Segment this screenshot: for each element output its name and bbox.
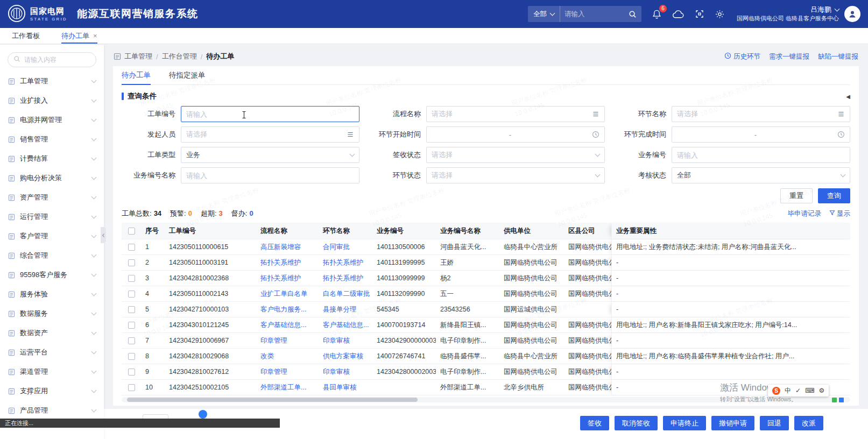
quick-link-1[interactable]: 历史环节: [724, 52, 760, 61]
search-button[interactable]: 查询: [818, 188, 850, 203]
display-toggle-link[interactable]: 显示: [829, 209, 850, 218]
fullscreen-icon[interactable]: [695, 9, 704, 19]
cell-node-link[interactable]: 印章审核: [319, 333, 372, 348]
cell-node-link[interactable]: 县回单审核: [319, 380, 372, 395]
ime-icon[interactable]: 中: [785, 386, 791, 395]
ime-toolbar[interactable]: S中✓⌨⚙: [768, 385, 829, 396]
footer-button-5[interactable]: 回退: [760, 416, 789, 430]
breadcrumb-item[interactable]: 工作台管理: [162, 52, 197, 61]
footer-button-3[interactable]: 申请终止: [663, 416, 706, 430]
cell-node-link[interactable]: 供电方案审核: [319, 349, 372, 364]
node-end-time-control[interactable]: -: [672, 126, 850, 143]
sidebar-item-16[interactable]: 渠道管理: [0, 362, 104, 381]
sign-status-control[interactable]: 请选择: [426, 147, 605, 163]
sogou-logo-icon[interactable]: S: [772, 387, 780, 395]
cell-node-link[interactable]: 白名单二级审批: [319, 286, 372, 301]
avatar[interactable]: [844, 6, 860, 22]
flow-name-control[interactable]: 请选择: [426, 106, 605, 122]
select-all-checkbox[interactable]: [128, 228, 135, 235]
cell-flow-link[interactable]: 拓扑关系维护: [256, 255, 319, 270]
sidebar-collapse-handle[interactable]: [101, 227, 106, 243]
order-type-control[interactable]: 业务: [181, 147, 359, 163]
sidebar-item-7[interactable]: 资产管理: [0, 188, 104, 207]
quick-link-2[interactable]: 需求一键提报: [769, 52, 809, 61]
records-link[interactable]: 毕申请记录: [788, 209, 822, 218]
settings-gear-icon[interactable]: [715, 9, 725, 19]
starter-control[interactable]: 请选择: [181, 126, 359, 143]
sidebar-item-9[interactable]: 客户管理: [0, 226, 104, 246]
row-checkbox[interactable]: [128, 259, 135, 266]
business-name-input[interactable]: [186, 172, 354, 180]
cell-flow-link[interactable]: 印章管理: [256, 364, 319, 379]
sidebar-item-18[interactable]: 产品管理: [0, 401, 104, 420]
cell-flow-link[interactable]: 外部渠道工单...: [256, 380, 319, 395]
user-menu[interactable]: 吕海鹏 国网临猗供电公司 临猗县客户服务中心: [737, 5, 839, 23]
row-checkbox[interactable]: [128, 275, 135, 282]
cell-node-link[interactable]: 县接单分理: [319, 302, 372, 317]
check-status-control[interactable]: 全部: [672, 167, 850, 183]
cell-flow-link[interactable]: 拓扑关系维护: [256, 271, 319, 286]
sidebar-item-6[interactable]: 购电分析决策: [0, 168, 104, 188]
sidebar-item-8[interactable]: 运行管理: [0, 207, 104, 226]
business-no-control[interactable]: [672, 147, 850, 163]
window-tab-todo[interactable]: 待办工单×: [61, 28, 97, 44]
window-tab-workboard[interactable]: 工作看板: [12, 28, 40, 44]
row-checkbox[interactable]: [128, 337, 135, 344]
sidebar-item-12[interactable]: 服务体验: [0, 285, 104, 304]
sidebar-item-4[interactable]: 销售管理: [0, 130, 104, 149]
cell-node-link[interactable]: 拓扑关系维护: [319, 255, 372, 270]
cell-flow-link[interactable]: 业扩工单白名单: [256, 286, 319, 301]
ime-icon[interactable]: ✓: [795, 387, 801, 394]
row-checkbox[interactable]: [128, 369, 135, 376]
cell-flow-link[interactable]: 印章管理: [256, 333, 319, 348]
row-checkbox[interactable]: [128, 384, 135, 391]
close-tab-icon[interactable]: ×: [93, 32, 97, 40]
cell-flow-link[interactable]: 改类: [256, 349, 319, 364]
cell-node-link[interactable]: 合同审批: [319, 239, 372, 254]
cell-flow-link[interactable]: 客户基础信息...: [256, 317, 319, 332]
footer-button-4[interactable]: 撤销申请: [711, 416, 754, 430]
cell-node-link[interactable]: 客户基础信息...: [319, 317, 372, 332]
footer-button-1[interactable]: 签收: [580, 416, 609, 430]
cell-flow-link[interactable]: 客户电力服务...: [256, 302, 319, 317]
notifications-bell-icon[interactable]: 6: [652, 9, 662, 19]
quick-link-3[interactable]: 缺陷一键提报: [818, 52, 858, 61]
cell-node-link[interactable]: 拓扑关系维护: [319, 271, 372, 286]
cell-flow-link[interactable]: 高压新装增容: [256, 239, 319, 254]
row-checkbox[interactable]: [128, 291, 135, 298]
node-status-control[interactable]: 请选择: [426, 167, 605, 183]
ime-icon[interactable]: ⌨: [805, 387, 814, 394]
node-name-control[interactable]: 请选择: [672, 106, 850, 122]
sidebar-item-3[interactable]: 电源并网管理: [0, 110, 104, 130]
footer-button-6[interactable]: 改派: [794, 416, 823, 430]
sidebar-search-input[interactable]: 请输入内容: [8, 52, 96, 67]
row-checkbox[interactable]: [128, 353, 135, 360]
cell-node-link[interactable]: 印章审核: [319, 364, 372, 379]
pagination-dot[interactable]: [199, 410, 207, 419]
panel-collapse-icon[interactable]: ◀: [846, 94, 850, 100]
content-tab-assign[interactable]: 待指定派单: [169, 66, 206, 84]
node-start-time-control[interactable]: -: [426, 126, 605, 143]
sidebar-item-13[interactable]: 数据服务: [0, 304, 104, 323]
search-icon[interactable]: [624, 10, 641, 18]
breadcrumb-item[interactable]: 工单管理: [124, 52, 152, 61]
sidebar-item-15[interactable]: 运营平台: [0, 343, 104, 362]
sidebar-item-17[interactable]: 支撑应用: [0, 381, 104, 401]
order-no-control[interactable]: [181, 106, 359, 122]
sidebar-item-10[interactable]: 综合管理: [0, 246, 104, 265]
business-name-control[interactable]: [181, 167, 359, 183]
row-checkbox[interactable]: [128, 244, 135, 251]
ime-icon[interactable]: ⚙: [818, 387, 824, 394]
reset-button[interactable]: 重置: [780, 188, 813, 203]
sidebar-item-11[interactable]: 95598客户服务: [0, 265, 104, 285]
search-scope-select[interactable]: 全部: [528, 6, 560, 22]
row-checkbox[interactable]: [128, 306, 135, 313]
footer-button-2[interactable]: 取消签收: [615, 416, 658, 430]
order-no-input[interactable]: [186, 110, 354, 118]
cloud-icon[interactable]: [672, 10, 684, 19]
sidebar-item-1[interactable]: 工单管理: [0, 72, 104, 91]
sidebar-item-2[interactable]: 业扩接入: [0, 91, 104, 110]
row-checkbox[interactable]: [128, 322, 135, 329]
sidebar-item-14[interactable]: 数据资产: [0, 323, 104, 343]
scrollbar-thumb[interactable]: [127, 398, 418, 402]
